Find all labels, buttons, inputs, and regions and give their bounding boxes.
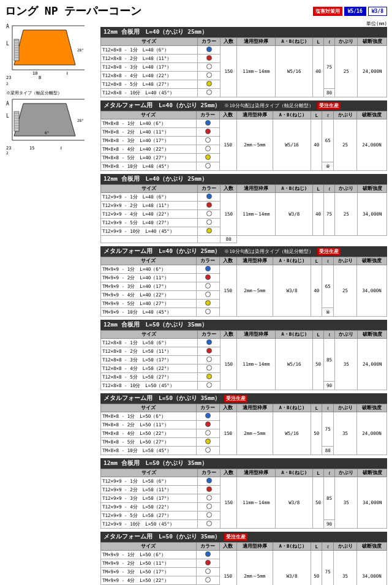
merged-cell-5: 50 [312,477,323,529]
svg-text:2: 2 [6,81,9,86]
col-header-6: ℓ [324,469,335,477]
diagram-left: A L B 23 2 [5,21,97,585]
color-cell [196,145,219,154]
merged-cell-6: 75 [324,193,335,236]
svg-text:L: L [6,113,9,119]
col-header-3: 適用型枠厚 [236,111,273,119]
color-cell [197,219,220,227]
color-dot [205,551,211,557]
merged-cell-2: 150 [220,119,237,171]
section-s6: メタルフォーム用 L=50（かぶり 35mm）受注生産サイズカラー入数適用型枠厚… [100,393,387,455]
merged-cell-4: W3/8 [276,477,313,529]
table-row: TM×9×9 - 1分 L=40（6°）1502mm～5mmW3/8406525… [101,265,387,274]
merged-cell-5: 50 [311,412,322,455]
table-row: T12×8×8 - 1分 L=40（6°）15011mm～14mmW5/1640… [101,46,387,55]
svg-text:B: B [39,75,41,80]
color-dot [206,357,212,362]
size-cell: TM×9×9 - 10分 L=40（45°） [101,308,197,317]
size-cell: TM×8×8 - 1分 L=50（6°） [101,412,197,421]
color-cell [197,210,220,219]
technical-diagram: A L B 23 2 [5,21,94,156]
col-header-4: A・B(ねじ) [276,331,313,339]
size-cell: TM×9×9 - 2分 L=50（11°） [101,559,197,568]
section-s5: 12mm 合板用 L=50（かぶり 35mm）サイズカラー入数適用型枠厚A・B(… [100,320,387,390]
color-cell [196,576,219,585]
color-dot [205,120,211,126]
col-header-2: 入数 [221,38,237,46]
color-cell [197,46,220,55]
color-dot [206,348,212,353]
jyuchu-badge-s6: 受注生産 [224,395,247,402]
col-header-6: ℓ [324,185,335,193]
color-dot [205,577,211,583]
col-header-7: かぶり [333,111,356,119]
color-cell [196,568,219,576]
data-cell-6: ※ [322,162,333,171]
size-cell: TM×8×8 - 2分 L=40（11°） [101,128,197,137]
merged-cell-7: 35 [333,412,356,455]
size-cell: TM×9×9 - 3分 L=50（17°） [101,568,197,576]
section-note-s4: ※10分勾配は染用タイプ（軸足分離型） [224,249,313,255]
svg-text:L: L [6,41,9,47]
color-dot [206,365,212,371]
color-cell [196,300,219,308]
section-header-s1: 12mm 合板用 L=40（かぶり 25mm） [100,27,387,37]
col-header-4: A・B(ねじ) [273,111,311,119]
header-row: ロング NP テーパーコーン 塩害対策用 W5/16 W3/8 [5,4,387,18]
size-cell: T12×8×8 - 3分 L=40（17°） [101,63,198,72]
color-dot [206,521,212,526]
data-cell-6: 80 [322,447,333,455]
size-cell: T12×9×9 - 3分 L=50（17°） [101,494,198,503]
color-dot [205,154,211,160]
color-cell [197,486,220,494]
color-cell [196,308,219,317]
merged-cell-5: 40 [311,119,322,171]
color-cell [196,282,219,291]
merged-cell-2: 150 [221,193,237,236]
size-cell: T12×8×8 - 1分 L=50（6°） [101,339,198,347]
merged-cell-6: 75 [322,412,333,447]
color-cell [196,274,219,282]
merged-cell-6: 75 [324,46,335,89]
color-cell [197,193,220,202]
color-dot [205,292,211,297]
size-cell: T12×8×8 - 10分 L=40（45°） [101,89,198,97]
color-cell [196,154,219,162]
merged-cell-8: 34,000N [357,551,387,586]
color-dot [206,228,212,233]
size-cell: T12×8×8 - 5分 L=40（27°） [101,80,198,89]
table-row: T12×9×9 - 1分 L=40（6°）15011mm～14mmW3/8407… [101,193,387,202]
size-cell: T12×9×9 - 2分 L=50（11°） [101,486,198,494]
section-s7: 12mm 合板用 L=50（かぶり 35mm）サイズカラー入数適用型枠厚A・B(… [100,458,387,529]
section-header-s3: 12mm 合板用 L=40（かぶり 25mm） [100,174,387,184]
table-row: TM×8×8 - 1分 L=50（6°）1502mm～5mmW5/1650753… [101,412,387,421]
color-dot [206,47,212,52]
color-cell [197,511,220,520]
section-header-s4: メタルフォーム用 L=40（かぶり 25mm）※10分勾配は染用タイプ（軸足分離… [100,246,387,257]
diagram-area: A L B 23 2 [5,21,387,585]
table-s4: サイズカラー入数適用型枠厚A・B(ねじ)Lℓかぶり破断強度TM×9×9 - 1分… [100,257,387,317]
col-header-0: サイズ [101,185,198,193]
section-title-s7: 12mm 合板用 L=50（かぶり 35mm） [104,459,208,467]
merged-cell-7: 25 [333,119,356,171]
merged-cell-4: W5/16 [276,339,313,390]
color-dot [206,81,212,86]
col-header-5: L [312,38,323,46]
color-dot [206,504,212,509]
color-cell [196,559,219,568]
color-dot [205,283,211,289]
color-dot [205,274,211,280]
data-cell-6: 80 [324,89,335,97]
merged-cell-5: 40 [311,265,322,317]
col-header-3: 適用型枠厚 [237,331,276,339]
col-header-8: 破断強度 [358,331,387,339]
merged-cell-3: 2mm～5mm [236,551,273,586]
color-cell [197,63,220,72]
color-dot [205,560,211,565]
merged-cell-7: 25 [335,193,358,236]
color-dot [206,512,212,518]
color-dot [205,129,211,134]
color-cell [197,89,220,97]
color-dot [206,339,212,345]
section-title-s5: 12mm 合板用 L=50（かぶり 35mm） [104,321,208,329]
